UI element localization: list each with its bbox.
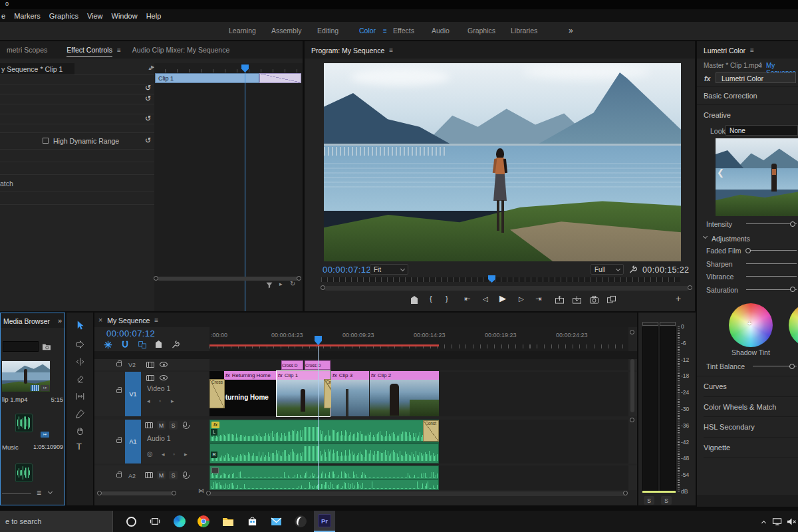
ec-scroll-handle-right[interactable] [297,276,301,281]
ec-loop-icon[interactable]: ↻ [290,280,295,287]
tab-media-browser[interactable]: Media Browser [3,315,50,327]
solo-button[interactable]: S [644,496,654,505]
collapse-tracks-icon[interactable]: ⋈ [198,487,204,494]
track-output-icon[interactable] [146,375,154,381]
panel-menu-icon[interactable]: ≡ [389,47,393,54]
workspace-tab[interactable]: Effects [393,27,414,35]
ec-reset-icon[interactable]: ↺ [145,84,151,92]
network-icon[interactable] [770,511,785,532]
header-h-scrollbar[interactable] [101,491,173,495]
timeline-h-scrollbar[interactable] [209,491,627,496]
prev-keyframe-icon[interactable]: ◂ [147,398,150,404]
add-marker-button[interactable] [411,296,418,304]
ec-clip-bar[interactable]: Clip 1 [155,73,259,83]
audio-clip-a1[interactable]: fx L R Const [209,420,439,464]
look-dropdown[interactable]: None [726,125,798,136]
ec-scroll-handle-left[interactable] [154,276,158,281]
intensity-slider[interactable] [746,223,797,224]
look-prev-arrow[interactable]: ❮ [717,168,724,178]
ec-reset-icon[interactable]: ↺ [145,94,151,103]
panel-menu-icon[interactable]: ≡ [117,47,121,54]
type-tool[interactable]: T [76,442,82,452]
tab-audio-clip-mixer[interactable]: Audio Clip Mixer: My Sequence [132,46,229,54]
slider-row[interactable]: Sharpen [706,258,798,271]
media-list-view-icon[interactable]: ≡ [37,488,41,497]
lock-icon[interactable] [116,473,122,477]
selection-tool[interactable] [74,319,85,331]
add-keyframe-icon[interactable]: ◦ [159,398,161,404]
source-patch-v1[interactable]: V1 [125,372,141,416]
lumetri-master-clip[interactable]: Master * Clip 1.mp4 [704,62,762,69]
scroll-handle[interactable] [206,491,211,495]
audio-clip-a2[interactable] [209,466,439,490]
clip-1-selected[interactable]: fxClip 1 [276,370,331,417]
eye-icon[interactable] [160,362,168,367]
next-keyframe-icon[interactable]: ▸ [184,451,188,458]
track-output-icon[interactable] [145,472,153,478]
media-badge-arrow[interactable]: ↦ [41,385,49,391]
add-keyframe-icon[interactable]: ◦ [173,451,175,458]
tint-balance-knob[interactable] [789,364,795,369]
lumetri-section-header[interactable]: Color Wheels & Match [704,397,798,418]
slider-row[interactable]: Vibrance [706,271,798,284]
lift-button[interactable] [554,295,565,304]
snap-magnet-icon[interactable] [120,340,130,349]
timeline-add-marker-icon[interactable] [156,340,162,348]
goto-out-button[interactable]: ⇥ [535,295,541,303]
workspace-tab[interactable]: Audio [432,27,450,35]
ec-play-icon[interactable]: ▸ [279,281,283,287]
play-button[interactable]: ▶ [499,293,506,303]
media-search-input[interactable] [3,341,39,352]
step-back-button[interactable]: ◁ [483,295,488,303]
ec-next-clip-bar[interactable] [259,73,301,83]
slider-row[interactable]: Saturation [706,284,798,297]
hand-tool[interactable] [74,426,85,436]
lock-icon[interactable] [116,439,122,443]
workspace-menu-icon[interactable]: ≡ [383,27,387,35]
clip-2[interactable]: fxClip 2 [370,371,439,416]
mute-button[interactable]: M [157,421,166,430]
filter-icon[interactable] [265,281,274,289]
v-zoom-handle[interactable] [630,330,634,334]
program-scrubber[interactable] [321,277,680,282]
media-item-audio-thumb[interactable] [15,414,33,432]
lumetri-effect-bar[interactable]: Lumetri Color [716,72,796,83]
workspace-tab[interactable]: Learning [229,27,256,35]
program-scroll-handle-right[interactable] [688,285,692,290]
next-keyframe-icon[interactable]: ▸ [171,398,174,404]
voiceover-mic-icon[interactable] [184,471,187,477]
edge-icon[interactable] [169,511,190,532]
tab-effect-controls[interactable]: Effect Controls [66,43,112,57]
menu-item[interactable]: Graphics [49,12,78,20]
menu-item[interactable]: Help [146,12,162,20]
ec-reset-icon[interactable]: ↺ [145,136,151,145]
workspace-tab[interactable]: Color [359,27,376,35]
media-overflow-icon[interactable]: » [58,317,62,325]
tab-lumetri-scopes[interactable]: metri Scopes [7,46,47,54]
lumetri-section-header[interactable]: Curves [704,376,798,397]
program-current-timecode[interactable]: 00:00:07:12 [323,265,371,275]
v-zoom-handle[interactable] [630,418,634,422]
task-view-icon[interactable] [144,511,166,532]
ripple-edit-tool[interactable] [74,356,85,367]
lumetri-section-header[interactable]: Vignette [704,438,798,458]
ec-clip-tab[interactable]: y Sequence * Clip 1 [0,63,74,74]
workspace-overflow-icon[interactable]: » [569,26,573,35]
workspace-tab[interactable]: Libraries [511,27,537,35]
program-scroll-handle-left[interactable] [321,285,325,290]
media-item-audio-thumb[interactable] [15,464,33,482]
transition-cross-dissolve[interactable]: Cross [209,379,225,408]
linked-selection-icon[interactable] [137,340,148,349]
chrome-icon[interactable] [193,511,214,532]
tab-program[interactable]: Program: My Sequence [311,44,384,57]
ec-mini-timeline[interactable] [154,63,303,311]
premiere-pro-taskbar-button[interactable]: Pr [314,511,335,532]
section-basic-correction[interactable]: Basic Correction [704,92,757,100]
ec-h-scrollbar[interactable] [158,277,299,281]
track-output-icon[interactable] [145,422,153,428]
media-video-name[interactable]: lip 1.mp4 [2,396,28,403]
step-forward-button[interactable]: ▷ [519,295,524,303]
tray-expand-icon[interactable] [761,521,766,525]
lock-icon[interactable] [116,362,122,366]
mark-out-button[interactable]: } [446,295,448,303]
